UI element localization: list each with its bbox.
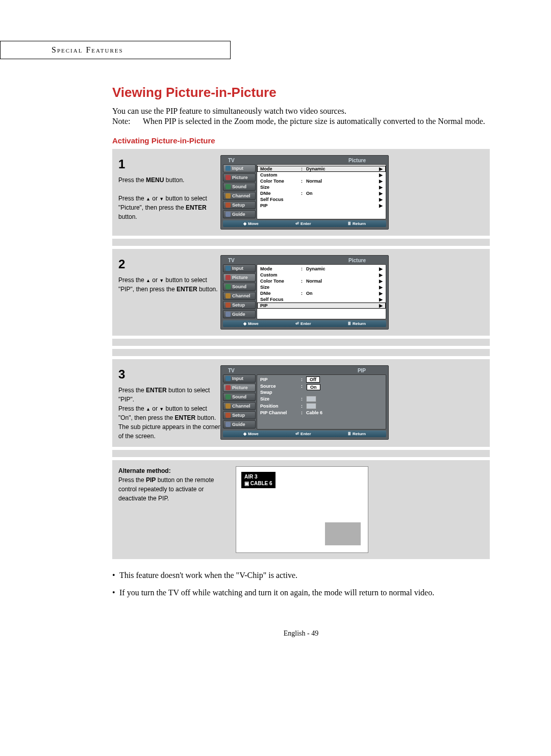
osd-item-dnie[interactable]: DNIe:On▶ — [257, 290, 386, 296]
osd-hint-enter: ⏎Enter — [295, 321, 311, 326]
osd-item-swap[interactable]: Swap — [257, 389, 386, 395]
osd-tab-channel[interactable]: Channel — [223, 292, 256, 300]
osd-hint-enter: ⏎Enter — [295, 432, 311, 436]
osd-tab-setup[interactable]: Setup — [223, 411, 256, 419]
updown-icon: ◆ — [243, 221, 246, 226]
osd-item-pip[interactable]: PIP▶ — [257, 303, 386, 309]
osd-hint-return: ⅢReturn — [348, 432, 366, 436]
step-text: 2 Press the ▲ or ▼ button to select "PIP… — [118, 255, 220, 294]
osd-tab-sound[interactable]: Sound — [223, 393, 256, 401]
step-panel: 1 Press the MENU button. Press the ▲ or … — [112, 149, 490, 236]
panel-spacer — [112, 349, 490, 356]
osd-item-pip[interactable]: PIP▶ — [257, 203, 386, 209]
osd-item-selffocus[interactable]: Self Focus▶ — [257, 196, 386, 203]
osd-hint-move: ◆Move — [243, 221, 258, 226]
osd-item-dnie[interactable]: DNIe:On▶ — [257, 190, 386, 196]
osd-tab-channel[interactable]: Channel — [223, 192, 256, 200]
osd-item-pip-channel[interactable]: PIP Channel:Cable 6 — [257, 410, 386, 416]
panel-spacer — [112, 339, 490, 346]
osd-tab-input[interactable]: Input — [223, 164, 256, 172]
step-number: 2 — [118, 255, 220, 273]
osd-main-panel: Mode:Dynamic▶ Custom▶ Color Tone:Normal▶… — [257, 164, 386, 219]
alternate-panel: Alternate method: Press the PIP button o… — [112, 460, 490, 559]
osd-tab-picture[interactable]: Picture — [223, 384, 256, 392]
setup-icon — [226, 413, 231, 418]
osd-screenshot: TV PIP Input Picture Sound Channel Setup… — [220, 365, 389, 440]
step-text: 1 Press the MENU button. Press the ▲ or … — [118, 155, 220, 221]
step-text: 3 Press the ENTER button to select "PIP"… — [118, 365, 220, 441]
step-number: 1 — [118, 155, 220, 173]
osd-tab-input[interactable]: Input — [223, 264, 256, 272]
channel-icon — [226, 193, 231, 198]
osd-item-custom[interactable]: Custom▶ — [257, 272, 386, 278]
osd-tab-picture[interactable]: Picture — [223, 273, 256, 282]
osd-item-mode[interactable]: Mode:Dynamic▶ — [257, 166, 386, 172]
osd-item-source[interactable]: Source: — [257, 383, 386, 389]
section-header-box: Special Features — [0, 41, 231, 59]
osd-tab-setup[interactable]: Setup — [223, 301, 256, 309]
page-title: Viewing Picture-in-Picture — [112, 85, 490, 100]
osd-item-pip-size[interactable]: Size: — [257, 395, 386, 402]
section-header: Special Features — [52, 45, 123, 54]
right-arrow-icon: ▶ — [378, 166, 383, 171]
osd-menu-title: Picture — [348, 258, 366, 263]
osd-menu-title: PIP — [358, 368, 366, 373]
tv-preview: AIR 3 ▣ CABLE 6 — [236, 466, 368, 553]
osd-item-mode[interactable]: Mode:Dynamic▶ — [257, 266, 386, 272]
osd-tab-sound[interactable]: Sound — [223, 283, 256, 291]
osd-tab-picture[interactable]: Picture — [223, 173, 256, 182]
return-icon: Ⅲ — [348, 221, 351, 226]
osd-tab-guide[interactable]: Guide — [223, 210, 256, 218]
osd-item-custom[interactable]: Custom▶ — [257, 172, 386, 178]
osd-tab-guide[interactable]: Guide — [223, 310, 256, 318]
osd-main-panel: PIP: Off On Source: Swap Size: — [257, 374, 386, 430]
osd-item-selffocus[interactable]: Self Focus▶ — [257, 296, 386, 303]
osd-hint-return: ⅢReturn — [348, 321, 366, 326]
panel-spacer — [112, 450, 490, 457]
sound-icon — [226, 184, 231, 189]
osd-item-colortone[interactable]: Color Tone:Normal▶ — [257, 278, 386, 284]
bullet-icon: • — [112, 587, 119, 599]
osd-main-panel: Mode:Dynamic▶ Custom▶ Color Tone:Normal▶… — [257, 264, 386, 319]
osd-sidebar: Input Picture Sound Channel Setup Guide — [223, 164, 256, 219]
osd-item-colortone[interactable]: Color Tone:Normal▶ — [257, 178, 386, 184]
osd-tab-channel[interactable]: Channel — [223, 402, 256, 410]
step-panel: 2 Press the ▲ or ▼ button to select "PIP… — [112, 249, 490, 336]
note-item: If you turn the TV off while watching an… — [119, 587, 434, 599]
input-icon — [226, 166, 231, 171]
osd-item-size[interactable]: Size▶ — [257, 284, 386, 290]
page-footer: English - 49 — [112, 629, 490, 638]
up-arrow-icon: ▲ — [146, 278, 151, 283]
osd-item-size[interactable]: Size▶ — [257, 184, 386, 190]
up-arrow-icon: ▲ — [146, 196, 151, 201]
picture-icon — [226, 175, 231, 180]
osd-sidebar: Input Picture Sound Channel Setup Guide — [223, 264, 256, 319]
input-icon — [226, 266, 231, 271]
osd-source-label: TV — [228, 368, 235, 373]
guide-icon — [226, 312, 231, 317]
osd-source-label: TV — [228, 158, 235, 163]
osd-tab-input[interactable]: Input — [223, 374, 256, 383]
pip-on-value: On — [307, 384, 320, 390]
osd-tab-guide[interactable]: Guide — [223, 420, 256, 429]
note-item: This feature doesn't work when the "V-Ch… — [119, 569, 297, 582]
osd-tab-sound[interactable]: Sound — [223, 183, 256, 191]
down-arrow-icon: ▼ — [159, 278, 164, 283]
bullet-icon: • — [112, 569, 119, 582]
osd-item-pip-toggle[interactable]: PIP: Off On — [257, 376, 386, 383]
guide-icon — [226, 212, 231, 217]
step-panel: 3 Press the ENTER button to select "PIP"… — [112, 359, 490, 447]
panel-spacer — [112, 239, 490, 246]
channel-icon — [226, 404, 231, 409]
step-number: 3 — [118, 365, 220, 384]
intro-text: You can use the PIP feature to simultane… — [112, 106, 490, 117]
osd-hint-return: ⅢReturn — [348, 221, 366, 226]
osd-tab-setup[interactable]: Setup — [223, 201, 256, 209]
down-arrow-icon: ▼ — [159, 407, 164, 412]
alternate-heading: Alternate method: — [118, 467, 171, 474]
sound-icon — [226, 284, 231, 289]
osd-footer: ◆Move ⏎Enter ⅢReturn — [223, 320, 386, 327]
osd-footer: ◆Move ⏎Enter ⅢReturn — [223, 220, 386, 227]
osd-item-position[interactable]: Position: — [257, 402, 386, 410]
enter-icon: ⏎ — [295, 221, 299, 226]
